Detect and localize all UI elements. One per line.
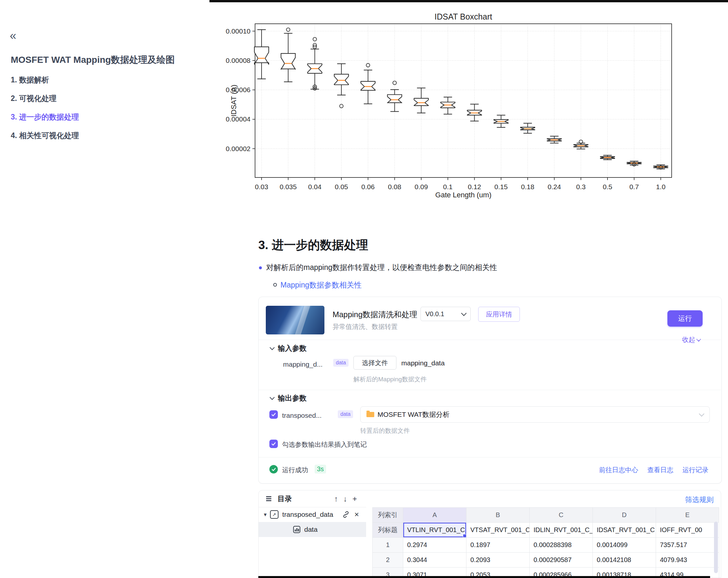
chevron-down-icon (461, 310, 467, 316)
selected-file-name: mapping_data (401, 359, 445, 367)
log-links: 前往日志中心查看日志运行记录 (599, 466, 708, 474)
top-divider-bar (209, 0, 728, 2)
svg-text:0.12: 0.12 (468, 183, 481, 190)
input-params-header[interactable]: 输入参数 (270, 344, 307, 353)
tree-item-transposed-data[interactable]: ▾ ↗ transposed_data × (259, 507, 366, 522)
column-letter-header[interactable]: A (403, 508, 466, 523)
svg-text:0.035: 0.035 (280, 183, 297, 190)
svg-text:0.00008: 0.00008 (226, 57, 251, 64)
log-link[interactable]: 前往日志中心 (599, 466, 638, 474)
log-link[interactable]: 查看日志 (647, 466, 673, 474)
mapping-correlation-link[interactable]: Mapping数据参数相关性 (281, 280, 362, 290)
version-value: V0.0.1 (425, 310, 444, 318)
column-label-cell[interactable]: IOFF_RVT_00 (656, 523, 719, 537)
sidebar-collapse-icon[interactable]: « (10, 30, 16, 42)
table-cell[interactable]: 0.00142108 (593, 553, 656, 568)
toc-panel: 目录 ↑ ↓ + ▾ ↗ transposed_data (259, 491, 366, 578)
output-param-hint: 转置后的数据文件 (360, 427, 410, 435)
insert-note-checkbox[interactable] (269, 440, 278, 448)
column-label-cell[interactable]: VTLIN_RVT_001_C (403, 523, 466, 537)
table-cell[interactable]: 7357.517 (656, 537, 719, 553)
svg-text:0.00002: 0.00002 (226, 145, 251, 152)
column-label-cell[interactable]: IDLIN_RVT_001_C_ (530, 523, 593, 537)
tool-thumbnail (266, 306, 324, 335)
table-cell[interactable]: 0.2093 (466, 553, 530, 568)
column-letter-header[interactable]: B (466, 508, 530, 523)
chevron-down-icon (696, 337, 701, 341)
bullet-dot-icon (259, 266, 262, 269)
run-button[interactable]: 运行 (668, 310, 703, 326)
row-index-cell[interactable]: 2 (373, 553, 403, 568)
filter-rules-link[interactable]: 筛选规则 (685, 495, 714, 505)
table-cell[interactable]: 0.1897 (466, 537, 530, 553)
svg-text:0.08: 0.08 (388, 183, 401, 190)
column-letter-header[interactable]: E (656, 508, 719, 523)
svg-text:0.04: 0.04 (308, 183, 321, 190)
tool-subtitle: 异常值清洗、数据转置 (333, 322, 398, 331)
svg-text:IDSAT (A): IDSAT (A) (230, 85, 238, 116)
sub-bullet-icon (273, 283, 277, 287)
output-params-header[interactable]: 输出参数 (270, 393, 307, 403)
sidebar-item-1[interactable]: 1. 数据解析 (11, 75, 206, 85)
thumbnail-streak (294, 303, 311, 337)
output-location-dropdown[interactable]: MOSFET WAT数据分析 (360, 406, 710, 423)
dataset-icon: ↗ (270, 510, 279, 519)
data-preview-panel: 筛选规则 目录 ↑ ↓ + ▾ ↗ transposed_data (258, 490, 721, 578)
check-icon (271, 441, 276, 446)
sidebar-item-2[interactable]: 2. 可视化处理 (11, 94, 206, 104)
column-label-cell[interactable]: VTSAT_RVT_001_C_ (466, 523, 530, 537)
add-icon[interactable]: + (353, 494, 357, 503)
toc-title: 目录 (278, 494, 292, 504)
svg-text:0.05: 0.05 (335, 183, 348, 190)
data-type-badge: data (338, 410, 353, 418)
data-type-badge: data (333, 359, 348, 367)
toc-list-icon (266, 496, 271, 497)
svg-text:0.00010: 0.00010 (226, 27, 251, 35)
idsat-boxchart-svg: 0.000100.000080.000060.000040.000020.030… (208, 8, 697, 201)
tree-item-label: transposed_data (282, 510, 342, 518)
table-cell[interactable]: 0.2974 (403, 537, 466, 553)
output-param-checkbox[interactable] (269, 410, 278, 419)
column-label-header[interactable]: 列标题 (373, 523, 403, 537)
svg-text:IDSAT Boxchart: IDSAT Boxchart (435, 12, 492, 21)
svg-text:0.03: 0.03 (255, 183, 268, 190)
log-link[interactable]: 运行记录 (682, 466, 708, 474)
table-cell[interactable]: 4079.943 (656, 553, 719, 568)
output-location-value: MOSFET WAT数据分析 (378, 410, 696, 419)
app-details-button[interactable]: 应用详情 (478, 307, 520, 322)
tool-card: Mapping数据清洗和处理 V0.0.1 应用详情 异常值清洗、数据转置 运行… (258, 297, 722, 483)
column-letter-header[interactable]: C (530, 508, 593, 523)
run-duration-badge: 3s (315, 465, 326, 473)
sidebar-item-4[interactable]: 4. 相关性可视化处理 (11, 131, 206, 141)
chevron-down-icon (270, 345, 275, 350)
insert-note-label: 勾选参数输出结果插入到笔记 (282, 440, 367, 449)
caret-down-icon[interactable]: ▾ (264, 511, 267, 518)
move-down-icon[interactable]: ↓ (343, 494, 347, 503)
table-cell[interactable]: 0.0014099 (593, 537, 656, 553)
close-icon[interactable]: × (355, 510, 359, 518)
table-scrollbar[interactable] (714, 522, 718, 573)
table-cell[interactable]: 0.000288398 (530, 537, 593, 553)
selection-handle[interactable] (463, 534, 466, 537)
table-cell[interactable]: 0.000290587 (530, 553, 593, 568)
section-bullet-text: 对解析后的mapping数据作转置处理，以便检查电性参数之间的相关性 (266, 262, 497, 272)
sidebar-item-3[interactable]: 3. 进一步的数据处理 (11, 112, 206, 122)
tree-item-label: data (304, 526, 366, 533)
svg-text:0.18: 0.18 (521, 183, 535, 190)
row-index-cell[interactable]: 1 (373, 537, 403, 553)
choose-file-button[interactable]: 选择文件 (354, 356, 396, 370)
column-index-header[interactable]: 列索引 (373, 508, 403, 523)
toc-header: 目录 ↑ ↓ + (259, 491, 366, 507)
column-label-cell[interactable]: IDSAT_RVT_001_C (593, 523, 656, 537)
version-select[interactable]: V0.0.1 (420, 307, 471, 321)
table-cell[interactable]: 0.3044 (403, 553, 466, 568)
folder-icon (366, 412, 374, 417)
output-params-label: 输出参数 (278, 393, 307, 403)
column-letter-header[interactable]: D (593, 508, 656, 523)
data-table: 列索引ABCDE列标题VTLIN_RVT_001_CVTSAT_RVT_001_… (372, 507, 719, 578)
chevron-down-icon (270, 395, 275, 400)
tree-item-data[interactable]: data (259, 522, 366, 537)
move-up-icon[interactable]: ↑ (334, 494, 338, 503)
link-icon[interactable] (342, 510, 350, 518)
sidebar-title: MOSFET WAT Mapping数据处理及绘图 (11, 54, 219, 66)
